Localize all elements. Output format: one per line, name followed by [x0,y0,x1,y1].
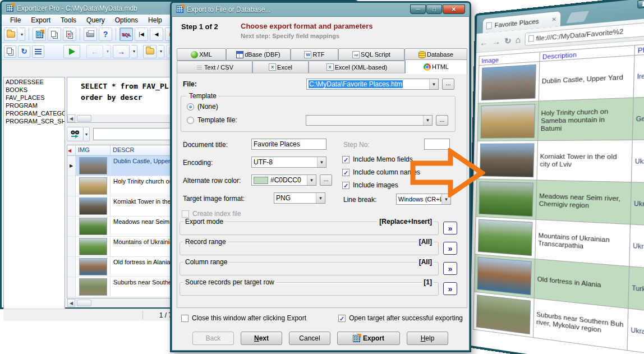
table-list-item[interactable]: ADDRESSEE [4,78,65,86]
export-delete-button[interactable] [63,27,76,41]
document-title-input[interactable] [251,139,326,150]
browser-tab-title: Favorite Places [495,17,539,29]
table-list-item[interactable]: BOOKS [4,86,65,94]
search-button[interactable] [67,127,84,141]
browser-content: ImageDescriptionPlaceDublin Castle, Uppe… [470,36,644,354]
close-button[interactable]: ✕ [443,4,465,14]
home-icon[interactable]: ⌂ [516,35,521,44]
create-index-checkbox[interactable]: Create index file [182,210,241,218]
scroll-left-icon[interactable]: ◀ [67,299,75,307]
browser-window: Favorite Places ✕ ─ □ ✕ ← → ↻ ⌂ file:///… [467,0,644,354]
table-list-item[interactable]: FAV_PLACES [4,94,65,102]
open-query-dropdown[interactable]: ▾ [158,45,164,58]
history-back-button[interactable]: ← [86,45,103,58]
tab-excel[interactable]: XExcel [252,61,309,73]
table-list-item[interactable]: PROGRAM_SCR_SH [4,117,65,125]
color-picker-button[interactable]: ... [320,174,332,186]
sql-mode-button[interactable]: SQL [119,27,133,41]
copy-small-button[interactable] [4,45,16,58]
table-list-item[interactable]: PROGRAM_CATEGO [4,109,65,117]
menu-item-export[interactable]: Export [26,15,56,25]
help-button[interactable]: ? [99,27,112,41]
file-browse-button[interactable]: ... [442,79,454,90]
menu-item-tools[interactable]: Tools [56,15,81,25]
menu-item-help[interactable]: Help [143,15,167,25]
thumbnail-cell [76,196,111,217]
alt-row-color-combobox[interactable]: #C0DCC0 ▼ [251,174,316,186]
template-legend: Template [187,92,219,100]
chevron-down-icon[interactable]: ▼ [317,157,326,167]
file-combobox[interactable]: C:\MyData\Favorite Places.htm ▼ [306,79,439,90]
refresh-icon: ↻ [21,47,27,56]
record-selector [67,196,76,217]
template-browse-button[interactable]: ... [436,115,448,126]
checkbox-include-column-names[interactable]: ✓Include column names [342,168,420,176]
copy-button[interactable] [48,27,61,41]
prev-record-button[interactable]: ◀ [150,27,163,41]
menu-item-file[interactable]: File [5,15,26,25]
chevron-down-icon[interactable]: ▼ [307,175,316,185]
tab-rtf[interactable]: WRTF [291,48,338,61]
maximize-button[interactable]: □ [426,4,442,14]
chevron-down-icon[interactable]: ▼ [429,79,438,89]
reload-icon[interactable]: ↻ [504,36,511,44]
close-tab-icon[interactable]: ✕ [551,16,556,23]
tab-database[interactable]: Database [404,48,467,61]
minimize-button[interactable]: ─ [410,4,426,14]
search-dropdown[interactable]: ▾ [84,127,90,141]
configure-export-mode-button[interactable]: » [443,222,457,235]
template-file-combobox[interactable]: ▼ [306,115,433,126]
description-cell: Dublin Castle, Upper Yard [539,55,635,102]
column-header-img[interactable]: IMG [76,145,111,156]
table-list-item[interactable]: PROGRAM [4,102,65,109]
menu-item-options[interactable]: Options [110,15,143,25]
next-button[interactable]: Next [241,332,282,345]
tab-xml[interactable]: XML [177,48,226,61]
encoding-combobox[interactable]: UTF-8 ▼ [251,157,326,168]
tab-text-csv[interactable]: Text / CSV [177,61,252,73]
browser-table-row: Korniakt Tower in the old city of LvivUk… [477,140,644,183]
back-icon[interactable]: ← [480,38,488,47]
history-forward-button[interactable]: → [113,45,130,58]
tab-html[interactable]: HTML [405,59,467,73]
open-query-button[interactable] [143,45,157,58]
checkbox-open-target-after-successful-exporting[interactable]: ✓Open target after successful exporting [338,314,463,322]
open-dropdown[interactable]: ▾ [19,27,25,41]
record-selector [67,176,76,196]
new-tab-button[interactable] [566,11,589,23]
tab-excel-xml-based[interactable]: XExcel (XML-based) [309,61,405,73]
help-button[interactable]: Help [407,332,448,345]
execute-query-button[interactable] [63,45,80,58]
export-button[interactable]: Export [337,332,400,345]
first-record-button[interactable]: |◀ [135,27,148,41]
cancel-button[interactable]: Cancel [289,332,330,345]
menu-item-query[interactable]: Query [81,15,110,25]
history-back-dropdown[interactable]: ▾ [105,45,111,58]
forward-arrow-icon: → [117,48,125,56]
scroll-left-icon[interactable]: ◀ [67,114,75,122]
template-none-radio[interactable]: (None) [187,103,218,111]
template-file-radio[interactable]: Template file: [187,116,237,124]
summary-rows: Export mode[Replace+Insert]»Record range… [180,222,460,302]
configure-column-range-button[interactable]: » [443,262,457,275]
configure-record-range-button[interactable]: » [443,242,457,255]
tab-dbase-dbf[interactable]: dBase (DBF) [226,48,291,61]
profile-button[interactable] [637,0,644,8]
history-forward-dropdown[interactable]: ▾ [131,45,137,58]
configure-source-records-per-target-row-button[interactable]: » [443,282,457,295]
forward-icon[interactable]: → [492,36,500,46]
export-table-button[interactable] [33,27,46,41]
field-list-button[interactable] [32,45,44,58]
open-database-button[interactable] [4,27,17,41]
checkbox-include-images[interactable]: ✓Include images [342,181,420,189]
record-indicator-header[interactable]: ◀ [67,145,76,156]
checkbox-include-memo-fields[interactable]: ✓Include Memo fields [342,155,420,163]
target-image-format-combobox[interactable]: PNG ▼ [274,192,325,204]
chevron-down-icon[interactable]: ▼ [316,193,325,203]
checkbox-close-this-window-after-clicking-export[interactable]: Close this window after clicking Export [181,314,306,322]
tab-sql-script[interactable]: sqlSQL Script [338,48,404,61]
record-selector [67,277,76,297]
refresh-button[interactable]: ↻ [18,45,30,58]
dialog-titlebar[interactable]: Export to File or Database... ─ □ ✕ [172,3,470,16]
print-button[interactable] [84,27,97,41]
